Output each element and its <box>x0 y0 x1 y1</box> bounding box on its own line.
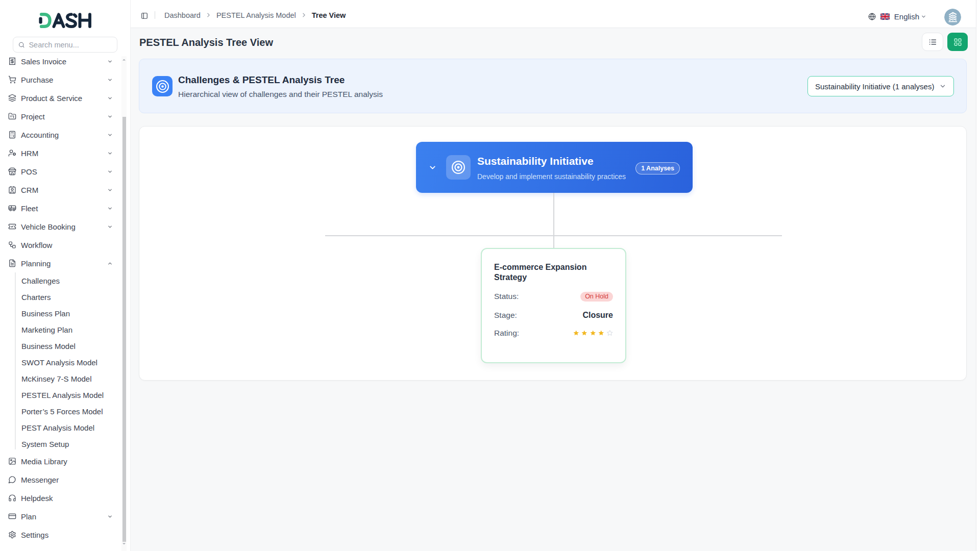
breadcrumb-current: Tree View <box>312 11 346 19</box>
sidebar-item-workflow[interactable]: Workflow <box>0 236 121 254</box>
globe-icon[interactable] <box>868 13 876 20</box>
sidebar-item-accounting[interactable]: Accounting <box>0 126 121 144</box>
sidebar-item-messenger[interactable]: Messenger <box>0 470 121 489</box>
target-icon <box>152 76 173 96</box>
chevron-down-icon <box>107 514 113 519</box>
sidebar-subitem-marketing-plan[interactable]: Marketing Plan <box>0 321 121 338</box>
app-logo[interactable] <box>0 11 131 30</box>
tree-root-node[interactable]: Sustainability Initiative Develop and im… <box>416 142 693 193</box>
settings-icon <box>8 531 16 539</box>
chevron-right-icon <box>205 12 212 18</box>
image-icon <box>8 457 16 465</box>
sidebar-subitem-swot-analysis-model[interactable]: SWOT Analysis Model <box>0 354 121 370</box>
rating-stars <box>573 330 614 337</box>
chevron-down-icon <box>939 83 946 90</box>
sidebar-item-crm[interactable]: CRM <box>0 181 121 199</box>
uk-flag-icon <box>880 13 890 20</box>
sidebar-scrollbar-thumb[interactable] <box>122 117 126 542</box>
chevron-down-icon <box>107 59 113 64</box>
layers-icon <box>8 94 16 102</box>
scroll-down-icon[interactable] <box>122 542 126 545</box>
topbar-divider <box>155 11 155 19</box>
chevron-down-icon <box>107 114 113 119</box>
chevron-down-icon <box>107 224 113 230</box>
search-input[interactable] <box>29 41 112 49</box>
root-node-title: Sustainability Initiative <box>477 155 594 167</box>
user-cog-icon <box>8 149 16 157</box>
topbar: Dashboard PESTEL Analysis Model Tree Vie… <box>131 0 976 28</box>
folder-kanban-icon <box>8 112 16 120</box>
sidebar-subitem-mckinsey-7-s-model[interactable]: McKinsey 7-S Model <box>0 370 121 387</box>
analysis-card-title: E-commerce Expansion Strategy <box>494 262 604 283</box>
ticket-check-icon <box>8 222 16 231</box>
sidebar-item-hrm[interactable]: HRM <box>0 144 121 162</box>
chevron-down-icon <box>107 206 113 211</box>
sidebar-subitem-challenges[interactable]: Challenges <box>0 272 121 289</box>
chevron-down-icon <box>107 132 113 138</box>
sidebar: Sales Invoice Purchase Product & Service… <box>0 0 131 551</box>
sidebar-item-settings[interactable]: Settings <box>0 525 121 544</box>
page-title: PESTEL Analysis Tree View <box>139 37 273 48</box>
breadcrumb-pestel[interactable]: PESTEL Analysis Model <box>216 11 296 19</box>
chevron-down-icon <box>107 95 113 101</box>
receipt-icon <box>8 57 16 65</box>
grid-icon <box>953 38 962 46</box>
page-content: PESTEL Analysis Tree View <box>131 28 976 551</box>
sidebar-submenu: ChallengesChartersBusiness PlanMarketing… <box>0 272 121 452</box>
sidebar-search[interactable] <box>13 37 117 53</box>
grid-view-button[interactable] <box>947 33 968 51</box>
analysis-select[interactable]: Sustainability Initiative (1 analyses) <box>807 76 954 96</box>
sidebar-subitem-pest-analysis-model[interactable]: PEST Analysis Model <box>0 419 121 436</box>
language-selector[interactable]: English <box>894 12 919 21</box>
calculator-icon <box>8 131 16 139</box>
stage-value: Closure <box>582 311 613 320</box>
sidebar-subitem-porter-s-5-forces-model[interactable]: Porter’s 5 Forces Model <box>0 403 121 419</box>
breadcrumb-dashboard[interactable]: Dashboard <box>164 11 201 19</box>
root-node-subtitle: Develop and implement sustainability pra… <box>477 172 626 181</box>
topbar-right: English <box>868 3 961 31</box>
sidebar-item-vehicle-booking[interactable]: Vehicle Booking <box>0 217 121 236</box>
page-scrollbar[interactable] <box>976 0 980 551</box>
sidebar-item-sales-invoice[interactable]: Sales Invoice <box>0 52 121 70</box>
store-icon <box>8 167 16 176</box>
list-view-button[interactable] <box>922 33 943 51</box>
sidebar-item-media-library[interactable]: Media Library <box>0 452 121 470</box>
tree-container: Sustainability Initiative Develop and im… <box>139 126 967 381</box>
submenu-guide-line <box>15 272 16 449</box>
shopping-cart-icon <box>8 76 16 84</box>
sidebar-item-plan[interactable]: Plan <box>0 507 121 525</box>
chevron-down-icon <box>107 187 113 193</box>
analyses-count-badge: 1 Analyses <box>635 162 680 174</box>
message-circle-icon <box>8 475 16 484</box>
sidebar-nav: Sales Invoice Purchase Product & Service… <box>0 52 121 544</box>
sidebar-toggle-icon[interactable] <box>141 12 148 19</box>
sidebar-subitem-charters[interactable]: Charters <box>0 289 121 305</box>
sidebar-item-product-service[interactable]: Product & Service <box>0 89 121 107</box>
chevron-down-icon <box>107 151 113 156</box>
stage-label: Stage: <box>494 311 517 320</box>
list-icon <box>928 38 937 46</box>
chevron-down-icon <box>107 169 113 174</box>
status-badge: On Hold <box>580 292 613 302</box>
chevron-down-icon[interactable] <box>428 163 437 172</box>
analysis-card[interactable]: E-commerce Expansion Strategy Status: On… <box>481 248 626 363</box>
sidebar-subitem-business-model[interactable]: Business Model <box>0 338 121 354</box>
sidebar-subitem-business-plan[interactable]: Business Plan <box>0 305 121 321</box>
sidebar-item-pos[interactable]: POS <box>0 162 121 181</box>
chevron-down-icon <box>107 77 113 83</box>
connector-vertical-bottom <box>553 235 554 248</box>
main-area: Dashboard PESTEL Analysis Model Tree Vie… <box>131 0 980 551</box>
bus-icon <box>8 204 16 212</box>
dash-logo-icon <box>39 11 92 30</box>
info-banner: Challenges & PESTEL Analysis Tree Hierar… <box>139 59 967 113</box>
sidebar-subitem-pestel-analysis-model[interactable]: PESTEL Analysis Model <box>0 387 121 403</box>
connector-vertical-top <box>553 193 554 235</box>
avatar[interactable] <box>944 9 961 26</box>
sidebar-item-purchase[interactable]: Purchase <box>0 70 121 89</box>
sidebar-subitem-system-setup[interactable]: System Setup <box>0 436 121 452</box>
sidebar-item-project[interactable]: Project <box>0 107 121 126</box>
sidebar-item-helpdesk[interactable]: Helpdesk <box>0 489 121 507</box>
scroll-up-icon[interactable] <box>122 58 126 61</box>
sidebar-item-planning[interactable]: Planning <box>0 254 121 272</box>
sidebar-item-fleet[interactable]: Fleet <box>0 199 121 217</box>
